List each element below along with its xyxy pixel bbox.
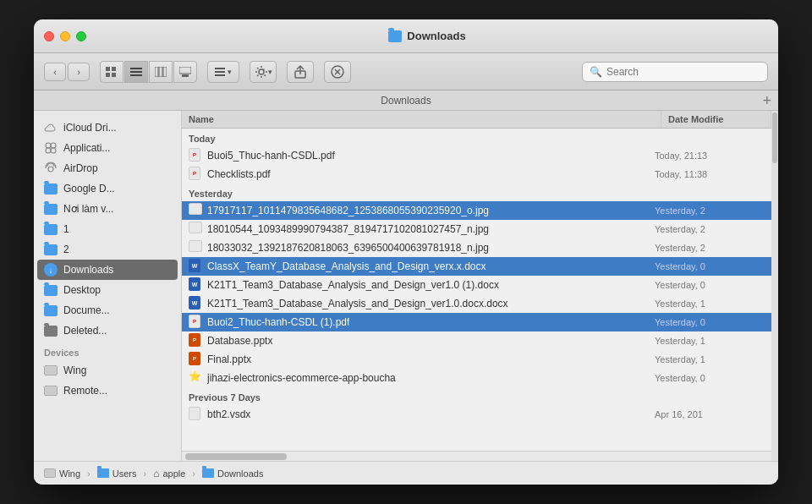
- file-name: Final.pptx: [207, 353, 251, 365]
- view-mode-buttons: [100, 61, 197, 83]
- search-box[interactable]: 🔍: [582, 62, 768, 82]
- view-column-button[interactable]: [149, 61, 173, 83]
- svg-rect-2: [112, 67, 116, 71]
- path-item-wing: Wing: [44, 468, 80, 479]
- apps-icon: [44, 141, 58, 155]
- sidebar-label-deleted: Deleted...: [63, 325, 107, 337]
- path-sep-3: ›: [192, 468, 195, 479]
- share-button[interactable]: [287, 61, 314, 83]
- folder-icon-1: [44, 222, 58, 236]
- file-row[interactable]: W K21T1_Team3_Database_Analysis_and_Desi…: [182, 294, 771, 313]
- file-row[interactable]: P Buoi5_Thuc-hanh-CSDL.pdf Today, 21:13: [182, 146, 771, 165]
- arrange-button[interactable]: ▾: [207, 61, 239, 83]
- file-row[interactable]: P Final.pptx Yesterday, 1: [182, 350, 771, 369]
- pdf-icon: P: [189, 148, 202, 163]
- search-icon: 🔍: [590, 66, 602, 78]
- svg-rect-5: [130, 71, 142, 73]
- file-row[interactable]: P Buoi2_Thuc-hanh-CSDL (1).pdf Yesterday…: [182, 313, 771, 331]
- view-list-button[interactable]: [124, 61, 148, 83]
- file-name: Buoi2_Thuc-hanh-CSDL (1).pdf: [207, 316, 349, 328]
- add-tab-button[interactable]: +: [762, 93, 771, 108]
- deleted-folder-icon: [44, 324, 58, 337]
- file-row[interactable]: ⭐ jihazi-electronics-ecommerce-app-bouch…: [182, 369, 771, 387]
- traffic-lights: [44, 31, 86, 41]
- file-row[interactable]: P Checklists.pdf Today, 11:38: [182, 165, 771, 184]
- file-row[interactable]: 17917117_1011479835648682_12538680553902…: [182, 201, 771, 220]
- file-name-cell: W ClassX_TeamY_Database_Analysis_and_Des…: [189, 259, 655, 274]
- badge-button[interactable]: [324, 61, 351, 83]
- sidebar-item-remote[interactable]: Remote...: [34, 381, 181, 401]
- ppt-icon: P: [189, 333, 202, 348]
- file-name-cell: P Checklists.pdf: [189, 167, 655, 182]
- sidebar-label-noi: Nơi làm v...: [63, 203, 113, 215]
- col-header-date: Date Modifie: [661, 111, 771, 128]
- section-today: Today: [182, 129, 771, 146]
- file-row[interactable]: 18010544_1093489990794387_81947171020810…: [182, 220, 771, 238]
- file-name: 18010544_1093489990794387_81947171020810…: [207, 223, 489, 235]
- file-name: 18033032_1392187620818063_63965004006397…: [207, 242, 489, 254]
- sidebar-item-icloud[interactable]: iCloud Dri...: [34, 118, 181, 138]
- svg-rect-8: [159, 67, 162, 77]
- back-button[interactable]: ‹: [44, 63, 66, 81]
- file-name: jihazi-electronics-ecommerce-app-boucha: [207, 372, 396, 384]
- sidebar-item-applications[interactable]: Applicati...: [34, 138, 181, 158]
- file-date: Yesterday, 1: [655, 354, 765, 364]
- view-cover-button[interactable]: [173, 61, 197, 83]
- horizontal-scrollbar[interactable]: [182, 451, 771, 461]
- svg-rect-9: [163, 67, 167, 77]
- tab-bar: Downloads +: [34, 90, 778, 111]
- word-icon: W: [189, 296, 202, 311]
- file-date: Yesterday, 0: [655, 280, 765, 290]
- word-icon: W: [189, 277, 202, 293]
- file-row[interactable]: W K21T1_Team3_Database_Analysis_and_Desi…: [182, 276, 771, 294]
- view-icon-button[interactable]: [100, 61, 123, 83]
- file-row[interactable]: P Database.pptx Yesterday, 1: [182, 331, 771, 350]
- pdf-icon: P: [189, 167, 202, 182]
- tab-label: Downloads: [381, 95, 431, 107]
- main-content: iCloud Dri... Applicati... AirDrop Googl…: [34, 111, 778, 461]
- sidebar-item-2[interactable]: 2: [34, 239, 181, 260]
- file-row[interactable]: 18033032_1392187620818063_63965004006397…: [182, 238, 771, 257]
- file-pane: Name Date Modifie Today P Buoi5_Thuc-han…: [182, 111, 771, 461]
- file-row[interactable]: W ClassX_TeamY_Database_Analysis_and_Des…: [182, 257, 771, 276]
- vertical-scrollbar[interactable]: [771, 111, 778, 461]
- statusbar: Wing › Users › ⌂ apple › Downloads: [34, 461, 778, 485]
- nav-buttons: ‹ ›: [44, 63, 90, 81]
- sidebar-item-airdrop[interactable]: AirDrop: [34, 158, 181, 178]
- ppt-icon: P: [189, 352, 202, 367]
- action-gear-button[interactable]: ▾: [250, 61, 277, 83]
- sidebar-item-desktop[interactable]: Desktop: [34, 280, 181, 300]
- svg-rect-7: [155, 67, 158, 77]
- devices-section-label: Devices: [34, 341, 181, 360]
- maximize-button[interactable]: [76, 31, 86, 41]
- sidebar-item-downloads[interactable]: ↓ Downloads: [37, 260, 178, 280]
- sidebar-label-desktop: Desktop: [63, 284, 101, 296]
- sidebar-item-noi-lam-viec[interactable]: Nơi làm v...: [34, 199, 181, 219]
- downloads-icon: ↓: [44, 263, 58, 277]
- search-input[interactable]: [606, 66, 760, 78]
- sidebar-item-google-drive[interactable]: Google D...: [34, 178, 181, 199]
- titlebar-title: Downloads: [407, 30, 465, 42]
- file-list-scroll[interactable]: Today P Buoi5_Thuc-hanh-CSDL.pdf Today, …: [182, 129, 771, 451]
- sidebar-label-downloads: Downloads: [63, 264, 113, 276]
- file-name-cell: P Buoi5_Thuc-hanh-CSDL.pdf: [189, 148, 655, 163]
- minimize-button[interactable]: [60, 31, 70, 41]
- sidebar-item-documents[interactable]: Docume...: [34, 300, 181, 320]
- titlebar: Downloads: [34, 19, 778, 53]
- path-sep-2: ›: [143, 468, 146, 479]
- pdf-icon: P: [189, 315, 202, 330]
- file-name-cell: P Final.pptx: [189, 352, 655, 367]
- file-row[interactable]: bth2.vsdx Apr 16, 201: [182, 405, 771, 424]
- forward-button[interactable]: ›: [68, 63, 90, 81]
- file-date: Yesterday, 1: [655, 336, 765, 346]
- sidebar-item-1[interactable]: 1: [34, 219, 181, 239]
- wing-hdd-icon: [44, 364, 58, 377]
- sidebar-item-wing[interactable]: Wing: [34, 360, 181, 381]
- folder-icon-2: [44, 243, 58, 256]
- close-button[interactable]: [44, 31, 54, 41]
- sidebar-item-deleted[interactable]: Deleted...: [34, 320, 181, 341]
- file-date: Yesterday, 1: [655, 299, 765, 309]
- file-name-cell: ⭐ jihazi-electronics-ecommerce-app-bouch…: [189, 370, 655, 386]
- path-folder-icon-downloads: [202, 468, 214, 478]
- arrange-arrow: ▾: [228, 68, 232, 76]
